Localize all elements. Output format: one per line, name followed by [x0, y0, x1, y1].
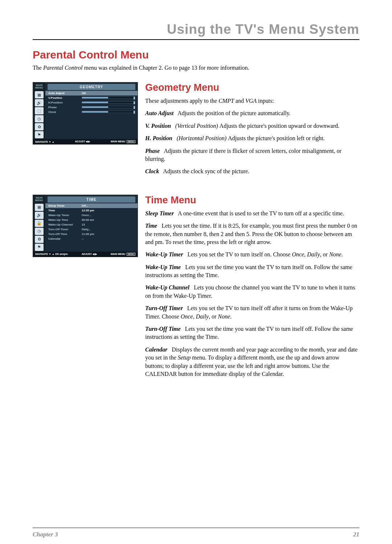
- setup-icon[interactable]: ✿: [35, 123, 44, 130]
- menu-body: GEOMETRY Auto AdjustOKV.PositionH.Positi…: [45, 82, 138, 139]
- definition-item: Wake-Up Time Lets you set the time you w…: [145, 263, 359, 280]
- term-annotation: (Horizontal Position): [177, 135, 228, 141]
- term-annotation: (Vertical Position): [175, 123, 220, 129]
- geometry-title: Geometry Menu: [145, 82, 359, 93]
- geometry-row: MAIN MENU ▦ 🔊 ⬚ ◷ ✿ ⚑ GEOMETRY Auto Adju…: [33, 82, 359, 180]
- menu-label: Clock: [48, 110, 82, 114]
- term: Turn-Off Time: [145, 326, 181, 332]
- footer-nav: NAVIGATE ▼ ▲ OK am/pm: [35, 253, 68, 255]
- menu-row[interactable]: Clock: [45, 110, 138, 114]
- geometry-icon[interactable]: ⬚: [35, 107, 44, 114]
- picture-icon[interactable]: ▦: [35, 91, 44, 98]
- description: Adjusts the picture's position left or r…: [228, 135, 324, 141]
- definition-item: H. Position (Horizontal Position) Adjust…: [145, 134, 359, 142]
- menu-value: 11:00 pm: [82, 232, 135, 236]
- menu-label: Phase: [48, 106, 82, 109]
- menu-row[interactable]: H.Position: [45, 100, 138, 105]
- time-title: Time Menu: [145, 195, 359, 206]
- menu-body: TIME Sleep TimerOff...Time12:35 pmWake-U…: [45, 195, 138, 252]
- parental-icon[interactable]: 🔒: [35, 220, 44, 227]
- description: , or: [320, 251, 329, 257]
- sidebar-title: MAIN MENU: [33, 195, 45, 203]
- menu-value: 06:00 am: [82, 218, 135, 222]
- menu-row[interactable]: Calendar--: [45, 236, 138, 241]
- menu-slider[interactable]: [82, 101, 135, 103]
- description: , or: [209, 313, 218, 320]
- panel-title: GEOMETRY: [48, 84, 135, 90]
- feature-icon[interactable]: ⚑: [35, 244, 44, 251]
- menu-row[interactable]: Phase: [45, 105, 138, 110]
- term: V. Position: [145, 123, 171, 129]
- text: and: [234, 98, 245, 104]
- menu-value: Once...: [82, 214, 135, 217]
- definition-item: Clock Adjusts the clock sync of the pict…: [145, 167, 359, 175]
- text-em: None: [218, 313, 230, 320]
- panel-title: TIME: [48, 196, 135, 203]
- feature-icon[interactable]: ⚑: [35, 131, 44, 138]
- menu-value: --: [82, 237, 135, 240]
- menu-sidebar: MAIN MENU ▦ 🔊 ⬚ ◷ ✿ ⚑: [33, 82, 45, 139]
- menu-panel: MAIN MENU ▦ 🔊 🔒 ◷ ✿ ⚑ TIME Sleep TimerOf…: [33, 195, 138, 257]
- setup-icon[interactable]: ✿: [35, 236, 44, 243]
- menu-slider[interactable]: [82, 111, 135, 113]
- menu-row[interactable]: Turn-Off Time11:00 pm: [45, 232, 138, 236]
- geometry-screenshot: MAIN MENU ▦ 🔊 ⬚ ◷ ✿ ⚑ GEOMETRY Auto Adju…: [33, 82, 138, 145]
- geometry-content: Geometry Menu These adjustments apply to…: [145, 82, 359, 180]
- footer-adjust: ADJUST ◀ ▶: [82, 253, 97, 256]
- menu-label: V.Position: [48, 96, 82, 100]
- menu-footer: NAVIGATE ▼ ▲ OK am/pm ADJUST ◀ ▶ MAIN ME…: [33, 252, 138, 257]
- menu-label: Turn-Off Timer: [48, 228, 82, 231]
- term: Wake-Up Timer: [145, 251, 183, 257]
- menu-row[interactable]: Wake-Up Channel13: [45, 222, 138, 227]
- time-icon[interactable]: ◷: [35, 115, 44, 122]
- term: H. Position: [145, 135, 172, 141]
- menu-slider[interactable]: [82, 106, 135, 108]
- menu-sidebar: MAIN MENU ▦ 🔊 🔒 ◷ ✿ ⚑: [33, 195, 45, 252]
- menu-label: Wake-Up Channel: [48, 223, 82, 226]
- term: Clock: [145, 168, 159, 174]
- footer-nav: NAVIGATE ▼ ▲: [35, 141, 54, 143]
- text-em: CMPT: [219, 98, 234, 104]
- menu-label: H.Position: [48, 101, 82, 104]
- menu-slider[interactable]: [82, 97, 135, 99]
- definition-item: Auto Adjust Adjusts the position of the …: [145, 109, 359, 117]
- menu-panel: MAIN MENU ▦ 🔊 ⬚ ◷ ✿ ⚑ GEOMETRY Auto Adju…: [33, 82, 138, 145]
- term: Auto Adjust: [145, 110, 173, 116]
- menu-row[interactable]: Turn-Off TimerDaily...: [45, 227, 138, 232]
- menu-box: MENU: [127, 253, 135, 256]
- page-footer: Chapter 3 21: [33, 528, 359, 538]
- menu-label: Turn-Off Time: [48, 232, 82, 236]
- menu-row[interactable]: Wake-Up TimerOnce...: [45, 213, 138, 218]
- footer-page: 21: [353, 531, 359, 538]
- text-em: None: [329, 251, 342, 257]
- definition-item: Phase Adjusts the picture if there is fl…: [145, 147, 359, 163]
- term: Time: [145, 223, 157, 229]
- definition-item: Time Lets you set the time. If it is 8:2…: [145, 222, 359, 246]
- definition-item: Wake-Up Timer Lets you set the TV to tur…: [145, 251, 359, 259]
- divider: [33, 39, 359, 40]
- footer-main: MAIN MENU MENU: [111, 140, 135, 143]
- menu-label: Auto Adjust: [48, 92, 82, 95]
- definition-item: Wake-Up Channel Lets you choose the chan…: [145, 284, 359, 300]
- term: Phase: [145, 148, 160, 154]
- time-icon[interactable]: ◷: [35, 228, 44, 235]
- footer-main: MAIN MENU MENU: [111, 253, 135, 256]
- picture-icon[interactable]: ▦: [35, 204, 44, 211]
- description: Adjusts the picture if there is flicker …: [145, 148, 342, 162]
- description: .: [342, 251, 343, 257]
- menu-value: 12:35 pm: [82, 209, 135, 212]
- menu-row[interactable]: Auto AdjustOK: [45, 91, 138, 96]
- menu-label: Calendar: [48, 237, 82, 240]
- term: Sleep Timer: [145, 210, 174, 216]
- time-row: MAIN MENU ▦ 🔊 🔒 ◷ ✿ ⚑ TIME Sleep TimerOf…: [33, 195, 359, 383]
- menu-row[interactable]: Time12:35 pm: [45, 208, 138, 213]
- sound-icon[interactable]: 🔊: [35, 212, 44, 219]
- menu-value: Daily...: [82, 228, 135, 231]
- menu-footer: NAVIGATE ▼ ▲ ADJUST ◀ ▶ MAIN MENU MENU: [33, 139, 138, 144]
- menu-row[interactable]: Wake-Up Time06:00 am: [45, 218, 138, 222]
- menu-value: 13: [82, 223, 135, 226]
- menu-value: Off...: [82, 204, 135, 207]
- sound-icon[interactable]: 🔊: [35, 99, 44, 106]
- menu-row[interactable]: V.Position: [45, 96, 138, 100]
- menu-row[interactable]: Sleep TimerOff...: [45, 203, 138, 208]
